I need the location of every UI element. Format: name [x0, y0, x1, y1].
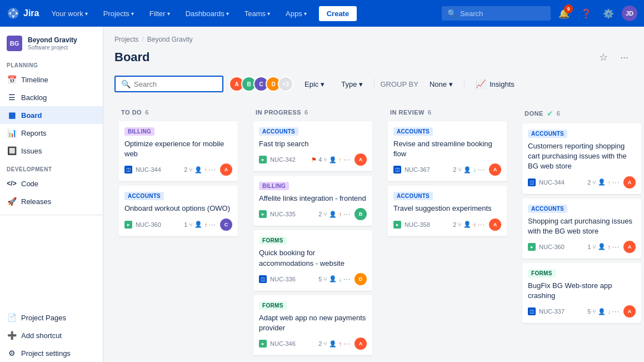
card-title: Adapt web app no new payments provider — [259, 313, 367, 333]
column-inreview: IN REVIEW 6 ACCOUNTS Revise and streamli… — [383, 103, 511, 246]
epic-filter-button[interactable]: Epic ▾ — [299, 77, 330, 92]
card-meta: ▸ NUC-358 2 ⑂ 👤 ↑ ··· A — [393, 219, 501, 231]
table-row[interactable]: FORMS Quick booking for accommodations -… — [253, 230, 372, 290]
type-filter-button[interactable]: Type ▾ — [336, 77, 368, 92]
epic-chevron: ▾ — [321, 80, 325, 88]
table-row[interactable]: BILLING Optimize experience for mobile w… — [119, 121, 238, 181]
table-row[interactable]: ACCOUNTS Onboard workout options (OWO) ▸… — [119, 186, 238, 236]
insights-chart-icon: 📈 — [476, 79, 486, 89]
star-button[interactable]: ☆ — [595, 48, 612, 67]
card-label: FORMS — [528, 269, 556, 277]
card-meta-icons: 2 ⑂ 👤 ↑ ··· A — [184, 163, 232, 176]
card-meta-icons: ⚑ 4 ⑂ 👤 ↑ ··· A — [311, 153, 367, 166]
more-options-button[interactable]: ··· — [616, 48, 633, 67]
board-actions: ☆ ··· — [595, 48, 633, 67]
card-label: ACCOUNTS — [393, 127, 433, 136]
priority-icon: ↑ — [204, 221, 207, 228]
table-row[interactable]: ACCOUNTS Shopping cart purchasing issues… — [522, 199, 641, 259]
sidebar-item-releases[interactable]: 🚀 Releases — [0, 192, 103, 210]
sidebar-item-project-pages[interactable]: 📄 Project Pages — [0, 309, 103, 326]
card-label: BILLING — [124, 127, 154, 136]
priority-icon: ↑ — [338, 211, 342, 217]
table-row[interactable]: ACCOUNTS Fast trip search ▸ NUC-342 ⚑ 4 … — [253, 121, 372, 171]
app-logo[interactable]: Jira — [7, 7, 39, 20]
table-row[interactable]: ACCOUNTS Customers reporting shopping ca… — [522, 123, 641, 194]
sidebar-item-project-settings[interactable]: ⚙ Project settings — [0, 344, 103, 362]
search-input[interactable] — [460, 9, 532, 18]
breadcrumb-projects[interactable]: Projects — [114, 36, 138, 43]
person-icon: 👤 — [598, 243, 606, 250]
group-by-button[interactable]: None ▾ — [424, 77, 458, 92]
priority-icon: ↓ — [338, 276, 342, 282]
notifications-badge: 9 — [564, 4, 573, 13]
table-row[interactable]: ACCOUNTS Travel suggestion experiments ▸… — [388, 186, 507, 236]
board-search-input[interactable] — [134, 80, 206, 88]
filter-separator — [374, 78, 375, 90]
table-row[interactable]: BILLING Affelite links integration - fro… — [253, 176, 372, 226]
card-label: BILLING — [259, 182, 289, 190]
sidebar-item-reports[interactable]: 📊 Reports — [0, 124, 103, 142]
issue-type-icon: ▸ — [259, 340, 267, 348]
type-chevron: ▾ — [359, 80, 363, 88]
development-section-label: DEVELOPMENT — [0, 160, 103, 175]
story-points: 2 — [587, 179, 591, 186]
story-points: 2 — [453, 166, 456, 173]
table-row[interactable]: FORMS BugFix BG Web-store app crashing ◫… — [522, 263, 641, 323]
card-id: NUC-344 — [539, 179, 565, 186]
card-title: Customers reporting shopping cart purcha… — [528, 141, 636, 172]
dashboards-nav[interactable]: Dashboards ▾ — [180, 6, 234, 21]
sidebar-item-code[interactable]: </> Code — [0, 175, 103, 192]
story-points: 4 — [318, 156, 322, 163]
board-search-icon: 🔍 — [121, 80, 131, 88]
user-avatar[interactable]: JD — [622, 6, 637, 21]
insights-button[interactable]: 📈 Insights — [470, 76, 520, 92]
priority-icon: ↓ — [607, 308, 611, 315]
notifications-button[interactable]: 🔔 9 — [555, 4, 573, 22]
teams-label: Teams — [244, 9, 266, 18]
search-bar[interactable]: 🔍 — [442, 6, 551, 21]
card-avatar: B — [355, 208, 367, 220]
card-meta: ◫ NUC-336 5 ⑂ 👤 ↓ ··· D — [259, 273, 367, 285]
card-title: Onboard workout options (OWO) — [124, 204, 232, 214]
person-icon: 👤 — [598, 178, 606, 186]
card-id: NUC-342 — [270, 156, 296, 163]
top-navigation: Jira Your work ▾ Projects ▾ Filter ▾ Das… — [0, 0, 644, 27]
apps-nav[interactable]: Apps ▾ — [280, 6, 312, 21]
column-todo-header: TO DO 6 — [119, 109, 238, 116]
teams-nav[interactable]: Teams ▾ — [239, 6, 276, 21]
person-icon: 👤 — [329, 211, 337, 218]
issue-type-icon: ◫ — [259, 275, 267, 283]
sidebar-item-timeline[interactable]: 📅 Timeline — [0, 71, 103, 88]
filters-nav[interactable]: Filter ▾ — [144, 6, 176, 21]
table-row[interactable]: ACCOUNTS Revise and streamline booking f… — [388, 121, 507, 181]
group-by-value: None — [430, 80, 447, 88]
settings-button[interactable]: ⚙️ — [600, 4, 617, 22]
help-button[interactable]: ❓ — [577, 4, 595, 22]
dashboards-label: Dashboards — [186, 9, 224, 18]
sidebar-item-label: Project Pages — [21, 314, 66, 322]
sidebar-item-issues[interactable]: 🔲 Issues — [0, 142, 103, 160]
project-pages-icon: 📄 — [7, 313, 17, 323]
breadcrumb-project[interactable]: Beyond Gravity — [147, 36, 193, 43]
priority-icon: ↓ — [473, 166, 476, 173]
branch-icon: ⑂ — [458, 221, 462, 228]
sidebar-item-backlog[interactable]: ☰ Backlog — [0, 88, 103, 106]
card-meta-icons: 5 ⑂ 👤 ↓ ··· D — [318, 273, 367, 285]
card-meta: ◫ NUC-367 2 ⑂ 👤 ↓ ··· A — [393, 163, 501, 176]
avatars-more[interactable]: +3 — [278, 76, 293, 92]
card-label: FORMS — [259, 301, 287, 310]
card-title: Fast trip search — [259, 139, 367, 149]
card-avatar: A — [489, 163, 501, 176]
sidebar-item-add-shortcut[interactable]: ➕ Add shortcut — [0, 326, 103, 344]
projects-nav[interactable]: Projects ▾ — [98, 6, 139, 21]
branch-icon: ⑂ — [323, 340, 327, 347]
filters-chevron: ▾ — [167, 11, 170, 17]
table-row[interactable]: FORMS Adapt web app no new payments prov… — [253, 295, 372, 355]
sidebar-item-board[interactable]: ▦ Board — [0, 106, 103, 124]
board-search[interactable]: 🔍 — [114, 76, 223, 92]
priority-icon: ↑ — [607, 179, 611, 186]
story-points: 2 — [184, 166, 187, 173]
your-work-nav[interactable]: Your work ▾ — [46, 6, 93, 21]
person-icon: 👤 — [329, 340, 337, 348]
create-button[interactable]: Create — [319, 6, 357, 21]
